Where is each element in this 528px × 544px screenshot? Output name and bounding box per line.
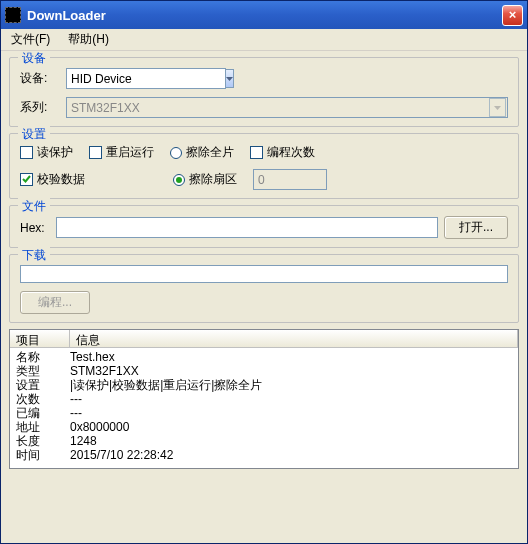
radio-erase-sector[interactable]: 擦除扇区 — [173, 171, 237, 188]
table-row[interactable]: 地址0x8000000 — [10, 420, 518, 434]
radio-erase-all[interactable]: 擦除全片 — [170, 144, 234, 161]
info-value: Test.hex — [70, 350, 512, 364]
info-key: 地址 — [16, 420, 70, 434]
info-header-item[interactable]: 项目 — [10, 330, 70, 347]
info-key: 已编 — [16, 406, 70, 420]
info-key: 长度 — [16, 434, 70, 448]
info-key: 类型 — [16, 364, 70, 378]
hex-path-input[interactable] — [56, 217, 438, 238]
series-select — [66, 97, 508, 118]
group-file: 文件 Hex: 打开... — [9, 205, 519, 248]
device-select-input[interactable] — [67, 69, 225, 88]
checkbox-read-protect[interactable]: 读保护 — [20, 144, 73, 161]
hex-label: Hex: — [20, 221, 50, 235]
chevron-down-icon — [489, 98, 506, 117]
titlebar: DownLoader × — [1, 1, 527, 29]
info-value: 2015/7/10 22:28:42 — [70, 448, 512, 462]
group-file-title: 文件 — [18, 198, 50, 215]
app-icon — [5, 7, 21, 23]
checkbox-prog-count[interactable]: 编程次数 — [250, 144, 315, 161]
info-key: 时间 — [16, 448, 70, 462]
device-select[interactable] — [66, 68, 226, 89]
info-value: --- — [70, 406, 512, 420]
info-value: STM32F1XX — [70, 364, 512, 378]
info-key: 次数 — [16, 392, 70, 406]
close-button[interactable]: × — [502, 5, 523, 26]
info-table: 项目 信息 名称Test.hex类型STM32F1XX设置|读保护|校验数据|重… — [9, 329, 519, 469]
group-settings-title: 设置 — [18, 126, 50, 143]
series-select-input — [67, 98, 489, 117]
menu-help[interactable]: 帮助(H) — [64, 29, 113, 50]
menu-file[interactable]: 文件(F) — [7, 29, 54, 50]
group-device: 设备 设备: 系列: — [9, 57, 519, 127]
info-header-info[interactable]: 信息 — [70, 330, 518, 347]
table-row[interactable]: 已编--- — [10, 406, 518, 420]
table-row[interactable]: 长度1248 — [10, 434, 518, 448]
info-value: 1248 — [70, 434, 512, 448]
chevron-down-icon[interactable] — [225, 69, 234, 88]
group-download-title: 下载 — [18, 247, 50, 264]
group-device-title: 设备 — [18, 51, 50, 67]
table-row[interactable]: 次数--- — [10, 392, 518, 406]
checkbox-restart-run[interactable]: 重启运行 — [89, 144, 154, 161]
info-key: 名称 — [16, 350, 70, 364]
window-title: DownLoader — [27, 8, 502, 23]
menubar: 文件(F) 帮助(H) — [1, 29, 527, 51]
table-row[interactable]: 名称Test.hex — [10, 350, 518, 364]
series-label: 系列: — [20, 99, 60, 116]
program-button[interactable]: 编程... — [20, 291, 90, 314]
info-key: 设置 — [16, 378, 70, 392]
prog-count-input — [253, 169, 327, 190]
content-area: 设备 设备: 系列: — [1, 51, 527, 543]
checkbox-verify-data[interactable]: 校验数据 — [20, 171, 85, 188]
info-value: |读保护|校验数据|重启运行|擦除全片 — [70, 378, 512, 392]
progress-bar — [20, 265, 508, 283]
info-table-header: 项目 信息 — [10, 330, 518, 348]
group-download: 下载 编程... — [9, 254, 519, 323]
app-window: DownLoader × 文件(F) 帮助(H) 设备 设备: 系列: — [0, 0, 528, 544]
info-value: 0x8000000 — [70, 420, 512, 434]
open-button[interactable]: 打开... — [444, 216, 508, 239]
group-settings: 设置 读保护 重启运行 擦除全片 编程次数 校验数据 擦除扇区 — [9, 133, 519, 199]
device-label: 设备: — [20, 70, 60, 87]
info-value: --- — [70, 392, 512, 406]
table-row[interactable]: 设置|读保护|校验数据|重启运行|擦除全片 — [10, 378, 518, 392]
info-table-body: 名称Test.hex类型STM32F1XX设置|读保护|校验数据|重启运行|擦除… — [10, 348, 518, 468]
table-row[interactable]: 类型STM32F1XX — [10, 364, 518, 378]
table-row[interactable]: 时间2015/7/10 22:28:42 — [10, 448, 518, 462]
